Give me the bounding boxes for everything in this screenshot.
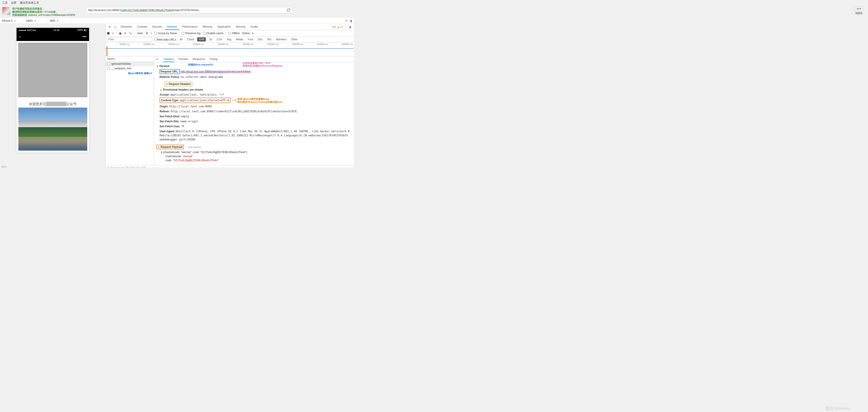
- tab-elements[interactable]: Elements: [119, 24, 134, 30]
- view-list-icon[interactable]: ☰: [146, 32, 148, 35]
- detail-body: ▼General 前端的this.requestUrl 这是组成参数url的一部…: [154, 62, 354, 165]
- inspect-icon[interactable]: ⯐: [107, 25, 113, 29]
- device-toolbar: iPhone 5▼ 100%▼ WiFi▼ ⟳ ◨: [0, 18, 354, 24]
- device-select[interactable]: iPhone 5▼: [0, 18, 24, 24]
- dtab-preview[interactable]: Preview: [178, 56, 189, 62]
- payload-json: ▾ {channelcode: "wechat", code: "021Tix4…: [156, 150, 351, 162]
- warning-count[interactable]: ▲ 12: [337, 26, 343, 28]
- tab-network[interactable]: Network: [165, 24, 179, 30]
- ftype-ws[interactable]: WS: [266, 37, 273, 41]
- rotate-icon[interactable]: ⟳: [345, 19, 348, 23]
- request-item-webpack[interactable]: __webpack_hmr: [105, 66, 154, 71]
- battery: 100% ▮▯: [77, 29, 87, 31]
- more-menu-icon[interactable]: ⋮: [344, 25, 347, 29]
- dtab-response[interactable]: Response: [192, 56, 205, 62]
- origin-row: Origin: http://local.test.com:8989: [156, 104, 351, 109]
- tab-memory[interactable]: Memory: [200, 24, 215, 30]
- ftype-all[interactable]: All: [178, 37, 184, 41]
- arrow-icon: ⟶: [231, 98, 237, 102]
- url-text: http://local.test.com:8989/?code=021Tix4…: [88, 9, 286, 12]
- menu-tools[interactable]: 工具: [2, 1, 8, 5]
- url-input[interactable]: http://local.test.com:8989/?code=021Tix4…: [86, 7, 292, 13]
- more-icon[interactable]: •••: [83, 35, 86, 39]
- filter-input[interactable]: [107, 37, 152, 42]
- close-detail-icon[interactable]: ✕: [156, 58, 159, 61]
- battery-icon: ▮▯: [84, 29, 87, 31]
- callout-body: 表明 该post请求的参数body，将出现在Request Payload且格式…: [237, 98, 282, 103]
- window-menu: 工具 设置 微信开发者工具: [0, 0, 354, 6]
- ftype-css[interactable]: CSS: [215, 37, 224, 41]
- dtab-headers[interactable]: Headers: [163, 56, 174, 62]
- view-waterfall-icon[interactable]: ≡: [151, 32, 152, 35]
- dtab-timing[interactable]: Timing: [209, 56, 218, 62]
- device-mode-icon[interactable]: ▢: [113, 25, 118, 29]
- ftype-font[interactable]: Font: [246, 37, 254, 41]
- phone-frame: ●●●●● WeChat 14:45 100% ▮▯ ‹ ••• 欢迎您关注 公…: [17, 28, 89, 152]
- phone-body: 欢迎您关注 公众号: [17, 41, 89, 152]
- user-agent-row: User-Agent: Mozilla/5.0 (iPhone; CPU iPh…: [156, 129, 351, 142]
- request-item-getuser[interactable]: getUserInfoNew: [105, 62, 154, 66]
- network-split: Name getUserInfoNew __webpack_hmr 该post请…: [105, 56, 354, 165]
- provisional-row: ▲ Provisional headers are shown: [156, 87, 351, 92]
- menu-wechat[interactable]: 微信开发者工具: [20, 1, 39, 5]
- referer-row: Referer: http://local.test.com:8989/?cod…: [156, 109, 351, 114]
- request-url-row: Request URL: http://local.test.com:8989/…: [156, 69, 351, 74]
- disable-cache[interactable]: Disable cache: [203, 32, 223, 35]
- hide-data-urls[interactable]: Hide data URLs: [154, 38, 176, 41]
- reload-icon[interactable]: [286, 8, 290, 12]
- zoom-select[interactable]: 100%▼: [24, 18, 48, 24]
- network-timeline[interactable]: 50000 ms100000 ms150000 ms200000 ms25000…: [105, 42, 354, 56]
- request-list-header: Name: [105, 56, 154, 62]
- tab-performance[interactable]: Performance: [180, 24, 200, 30]
- tab-audits[interactable]: Audits: [248, 24, 260, 30]
- masked-name: [46, 102, 66, 106]
- tab-sources[interactable]: Sources: [150, 24, 164, 30]
- throttle-select[interactable]: Online ▾: [242, 32, 254, 35]
- carrier: ●●●●● WeChat: [19, 29, 36, 31]
- offline[interactable]: Offline: [228, 32, 240, 35]
- ftype-doc[interactable]: Doc: [256, 37, 264, 41]
- request-detail: ✕ Headers Preview Response Timing ▼Gener…: [154, 56, 354, 165]
- devtools-panel: ⯐ ▢ Elements Console Sources Network Per…: [105, 24, 354, 167]
- referrer-policy-row: Referrer Policy: no-referrer-when-downgr…: [156, 74, 351, 80]
- record-button[interactable]: [107, 32, 110, 35]
- section-request-payload[interactable]: ▼ Request Payload view source: [156, 144, 351, 150]
- devtools-tabs: ⯐ ▢ Elements Console Sources Network Per…: [105, 24, 354, 30]
- network-select[interactable]: WiFi▼: [48, 18, 72, 24]
- ftype-cloud[interactable]: Cloud: [186, 37, 195, 41]
- mode-indicator[interactable]: M ▾: [1, 166, 6, 167]
- camera-icon[interactable]: ▣: [119, 32, 122, 35]
- tab-console[interactable]: Console: [135, 24, 149, 30]
- ftype-js[interactable]: JS: [208, 37, 214, 41]
- project-avatar[interactable]: [2, 7, 10, 15]
- error-count[interactable]: ⊘ 2: [332, 25, 336, 28]
- ftype-img[interactable]: Img: [225, 37, 232, 41]
- view-label: View:: [137, 32, 144, 35]
- ftype-other[interactable]: Other: [289, 37, 299, 41]
- dock-toggle-icon[interactable]: ◨: [348, 25, 351, 29]
- section-request-headers[interactable]: ▼ Request Headers: [164, 81, 192, 87]
- detail-tabs: ✕ Headers Preview Response Timing: [154, 56, 354, 62]
- group-by-frame[interactable]: Group by frame: [154, 32, 177, 35]
- simulator-panel: ●●●●● WeChat 14:45 100% ▮▯ ‹ ••• 欢迎您关注 公…: [0, 24, 105, 167]
- callout-front-url: 前端的this.requestUrl: [188, 63, 213, 66]
- clock: 14:45: [53, 29, 60, 31]
- main-split: ●●●●● WeChat 14:45 100% ▮▯ ‹ ••• 欢迎您关注 公…: [0, 24, 354, 167]
- filter-toggle-icon[interactable]: ▼: [124, 32, 126, 35]
- url-toolbar: 用户在授权页面点击同意后， 微信网页授权机制就会返回一个code值， 页面将跳转…: [0, 6, 354, 18]
- preserve-log[interactable]: Preserve log: [182, 32, 200, 35]
- tab-security[interactable]: Security: [234, 24, 248, 30]
- ftype-manifest[interactable]: Manifest: [275, 37, 288, 41]
- network-toolbar: ⊘ ▣ ▼ 🔍 View: ☰ ≡ Group by frame Preserv…: [105, 30, 354, 36]
- clear-button[interactable]: ⊘: [112, 32, 114, 35]
- scenic-image: [18, 107, 87, 151]
- ftype-media[interactable]: Media: [234, 37, 245, 41]
- sec-fetch-dest-row: Sec-Fetch-Dest: empty: [156, 114, 351, 119]
- dock-icon[interactable]: ◨: [349, 19, 352, 23]
- tab-application[interactable]: Application: [215, 24, 233, 30]
- view-source-link[interactable]: view source: [188, 146, 201, 148]
- menu-settings[interactable]: 设置: [11, 1, 17, 5]
- search-icon[interactable]: 🔍: [129, 32, 132, 35]
- back-icon[interactable]: ‹: [19, 34, 21, 39]
- ftype-xhr[interactable]: XHR: [197, 37, 206, 41]
